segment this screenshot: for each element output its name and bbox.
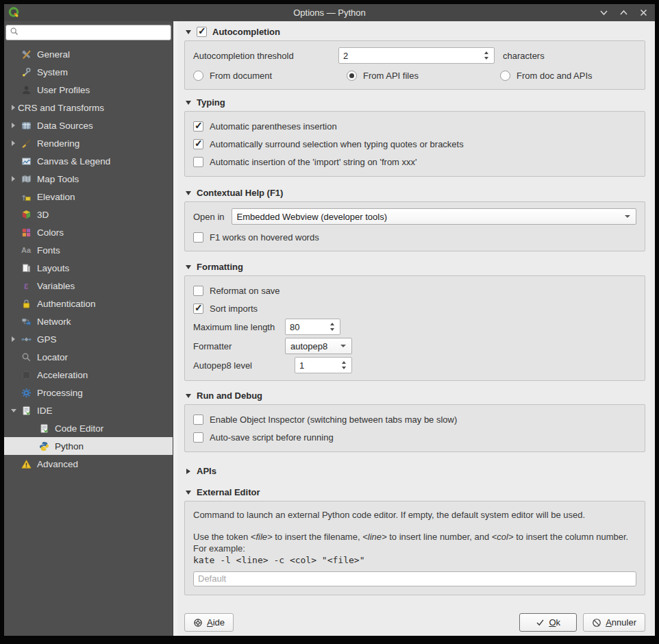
sidebar-item-label: CRS and Transforms bbox=[18, 103, 104, 113]
expand-arrow-icon[interactable] bbox=[9, 105, 18, 110]
cancel-button[interactable]: Annuler bbox=[583, 613, 645, 632]
spin-up-icon[interactable] bbox=[330, 323, 334, 325]
spin-down-icon[interactable] bbox=[342, 367, 346, 369]
autopep8-level-label: Autopep8 level bbox=[193, 360, 295, 371]
sidebar-item-label: Canvas & Legend bbox=[37, 156, 110, 166]
search-icon bbox=[10, 27, 19, 39]
sidebar-item-locator[interactable]: Locator bbox=[4, 348, 173, 366]
python-icon bbox=[38, 441, 50, 451]
sidebar-item-data-sources[interactable]: Data Sources bbox=[4, 116, 173, 134]
sidebar-item-variables[interactable]: εVariables bbox=[4, 277, 173, 295]
window-shade-icon[interactable] bbox=[599, 8, 608, 17]
sidebar-item-fonts[interactable]: AaFonts bbox=[4, 241, 173, 259]
sidebar-splitter[interactable] bbox=[173, 21, 177, 636]
checkbox-surround-selection[interactable]: Automatically surround selection when ty… bbox=[193, 135, 636, 153]
radio-label: From document bbox=[210, 71, 272, 81]
search-box[interactable] bbox=[5, 25, 171, 40]
sidebar-item-label: Elevation bbox=[37, 192, 75, 202]
radio-from-document[interactable]: From document bbox=[193, 71, 347, 81]
radio-label: From doc and APIs bbox=[517, 71, 593, 81]
typing-groupbox: Automatic parentheses insertion Automati… bbox=[184, 111, 645, 177]
sidebar-item-ide[interactable]: IDE bbox=[4, 401, 173, 419]
ok-button[interactable]: Ok bbox=[519, 613, 577, 632]
cube-3d-icon bbox=[20, 209, 32, 220]
window-title: Options — Python bbox=[4, 8, 655, 18]
spin-value: 1 bbox=[295, 360, 338, 371]
sidebar-item-processing[interactable]: Processing bbox=[4, 384, 173, 401]
section-header-autocompletion[interactable]: Autocompletion bbox=[186, 27, 644, 37]
open-in-combobox[interactable]: Embedded Webview (developer tools) bbox=[232, 208, 636, 225]
spin-up-icon[interactable] bbox=[484, 51, 488, 54]
collapse-arrow-icon bbox=[186, 265, 191, 269]
chevron-down-icon bbox=[625, 215, 630, 218]
sidebar-item-code-editor[interactable]: Code Editor bbox=[4, 419, 173, 437]
spin-up-icon[interactable] bbox=[342, 361, 346, 364]
spin-down-icon[interactable] bbox=[484, 57, 488, 60]
checkbox-auto-parentheses[interactable]: Automatic parentheses insertion bbox=[193, 117, 636, 135]
sidebar-item-user-profiles[interactable]: User Profiles bbox=[4, 81, 173, 99]
search-input[interactable] bbox=[19, 26, 171, 39]
max-line-length-spinbox[interactable]: 80 bbox=[285, 319, 340, 335]
checkbox-reformat-on-save[interactable]: Reformat on save bbox=[193, 282, 636, 299]
collapse-arrow-icon[interactable] bbox=[9, 409, 18, 412]
sidebar-item-rendering[interactable]: Rendering bbox=[4, 134, 173, 152]
for-example-label: For example: bbox=[193, 543, 636, 554]
radio-from-doc-and-apis[interactable]: From doc and APIs bbox=[500, 71, 593, 81]
sidebar-item-elevation[interactable]: Elevation bbox=[4, 188, 173, 206]
window-close-icon[interactable] bbox=[639, 8, 648, 17]
checkbox-autosave-script[interactable]: Auto-save script before running bbox=[193, 428, 636, 446]
dialog-button-box: Aide Ok Annuler bbox=[184, 613, 645, 632]
sidebar-item-label: GPS bbox=[37, 334, 57, 345]
expand-arrow-icon[interactable] bbox=[9, 336, 18, 342]
section-header-formatting[interactable]: Formatting bbox=[186, 262, 644, 272]
checkbox-object-inspector[interactable]: Enable Object Inspector (switching betwe… bbox=[193, 410, 636, 428]
sidebar-item-python[interactable]: Python bbox=[4, 437, 173, 455]
autopep8-level-spinbox[interactable]: 1 bbox=[295, 357, 352, 373]
text: Use the token bbox=[193, 532, 251, 542]
section-header-external-editor[interactable]: External Editor bbox=[186, 487, 644, 497]
window-maximize-icon[interactable] bbox=[619, 8, 628, 17]
section-header-run-debug[interactable]: Run and Debug bbox=[186, 391, 644, 401]
sidebar-item-general[interactable]: General bbox=[4, 45, 173, 63]
sidebar-item-colors[interactable]: Colors bbox=[4, 223, 173, 241]
spin-down-icon[interactable] bbox=[330, 328, 334, 331]
radio-from-api-files[interactable]: From API files bbox=[347, 71, 500, 81]
radio-button bbox=[500, 71, 510, 81]
expand-arrow-icon[interactable] bbox=[9, 176, 18, 182]
sidebar-item-advanced[interactable]: Advanced bbox=[4, 455, 173, 473]
sidebar-item-canvas-legend[interactable]: Canvas & Legend bbox=[4, 152, 173, 170]
autocompletion-groupbox: Autocompletion threshold 2 characters Fr… bbox=[184, 40, 645, 90]
radio-button bbox=[193, 71, 203, 81]
sidebar-item-acceleration[interactable]: Acceleration bbox=[4, 366, 173, 384]
autocompletion-enable-checkbox[interactable] bbox=[197, 27, 207, 37]
section-header-apis[interactable]: APIs bbox=[186, 466, 644, 476]
checkbox-auto-import[interactable]: Automatic insertion of the 'import' stri… bbox=[193, 153, 636, 171]
formatter-combobox[interactable]: autopep8 bbox=[285, 338, 352, 354]
contextual-help-groupbox: Open in Embedded Webview (developer tool… bbox=[184, 201, 645, 251]
sidebar-item-system[interactable]: System bbox=[4, 63, 173, 81]
sidebar-item-network[interactable]: Network bbox=[4, 312, 173, 330]
paintbrush-icon bbox=[20, 138, 32, 149]
sidebar-item-map-tools[interactable]: Map Tools bbox=[4, 170, 173, 188]
sidebar-item-layouts[interactable]: Layouts bbox=[4, 259, 173, 277]
threshold-spinbox[interactable]: 2 bbox=[338, 47, 495, 64]
section-header-contextual-help[interactable]: Contextual Help (F1) bbox=[186, 188, 644, 198]
sidebar-item-label: Locator bbox=[37, 352, 68, 362]
sidebar-item-gps[interactable]: GPS bbox=[4, 330, 173, 348]
sidebar-item-3d[interactable]: 3D bbox=[4, 206, 173, 223]
sidebar-item-label: Advanced bbox=[37, 459, 78, 469]
section-header-typing[interactable]: Typing bbox=[186, 97, 644, 108]
sidebar-item-crs-and-transforms[interactable]: CRS and Transforms bbox=[4, 99, 173, 116]
help-button[interactable]: Aide bbox=[184, 613, 234, 632]
checkbox-f1-hover[interactable]: F1 works on hovered words bbox=[193, 229, 636, 245]
sidebar-item-label: Map Tools bbox=[37, 174, 79, 184]
sidebar-item-label: Variables bbox=[37, 281, 75, 291]
color-swatches-icon bbox=[20, 227, 32, 238]
checkbox-label: F1 works on hovered words bbox=[210, 232, 319, 243]
checkbox-sort-imports[interactable]: Sort imports bbox=[193, 299, 636, 317]
expand-arrow-icon[interactable] bbox=[9, 140, 18, 146]
sidebar-item-authentication[interactable]: Authentication bbox=[4, 295, 173, 312]
external-editor-command-input[interactable] bbox=[193, 571, 636, 586]
expand-arrow-icon[interactable] bbox=[9, 123, 18, 128]
sidebar-item-label: Authentication bbox=[37, 299, 96, 309]
